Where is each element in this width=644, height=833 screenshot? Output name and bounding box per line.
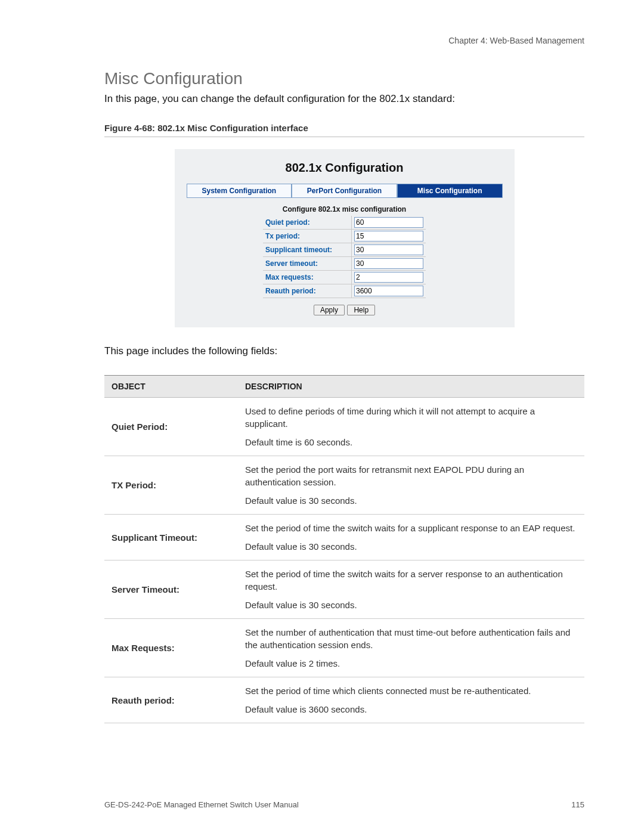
row-supplicant-timeout: Supplicant timeout:	[263, 243, 426, 257]
desc-line: Used to define periods of time during wh…	[245, 405, 577, 430]
label-tx-period: Tx period:	[263, 230, 352, 243]
input-supplicant-timeout[interactable]	[354, 244, 423, 255]
object-cell: Server Timeout:	[104, 561, 238, 619]
desc-line: Default value is 30 seconds.	[245, 494, 577, 507]
col-description: DESCRIPTION	[238, 376, 584, 398]
apply-button[interactable]: Apply	[314, 305, 345, 315]
desc-line: Set the period of time the switch waits …	[245, 568, 577, 593]
table-row: Server Timeout: Set the period of time t…	[104, 561, 584, 619]
footer-manual-title: GE-DS-242-PoE Managed Ethernet Switch Us…	[104, 800, 299, 809]
intro-text: In this page, you can change the default…	[104, 93, 584, 105]
row-quiet-period: Quiet period:	[263, 216, 426, 230]
description-cell: Set the period of time the switch waits …	[238, 515, 584, 561]
desc-line: Default value is 2 times.	[245, 657, 577, 670]
label-quiet-period: Quiet period:	[263, 216, 352, 230]
page: Chapter 4: Web-Based Management Misc Con…	[0, 0, 644, 833]
desc-line: Set the number of authentication that mu…	[245, 626, 577, 651]
tab-bar: System Configuration PerPort Configurati…	[187, 184, 503, 198]
ui-subheading: Configure 802.1x misc configuration	[187, 205, 503, 213]
table-row: Reauth period: Set the period of time wh…	[104, 677, 584, 723]
object-cell: Supplicant Timeout:	[104, 515, 238, 561]
row-tx-period: Tx period:	[263, 230, 426, 243]
desc-line: Set the period of time which clients con…	[245, 685, 577, 697]
help-button[interactable]: Help	[347, 305, 375, 315]
description-cell: Set the period of time the switch waits …	[238, 561, 584, 619]
input-tx-period[interactable]	[354, 231, 423, 241]
fields-intro: This page includes the following fields:	[104, 345, 584, 357]
row-max-requests: Max requests:	[263, 271, 426, 284]
label-supplicant-timeout: Supplicant timeout:	[263, 243, 352, 257]
desc-line: Default time is 60 seconds.	[245, 436, 577, 448]
page-title: Misc Configuration	[104, 69, 584, 88]
label-max-requests: Max requests:	[263, 271, 352, 284]
input-server-timeout[interactable]	[354, 258, 423, 269]
row-server-timeout: Server timeout:	[263, 257, 426, 271]
description-cell: Used to define periods of time during wh…	[238, 398, 584, 456]
fields-table: OBJECT DESCRIPTION Quiet Period: Used to…	[104, 375, 584, 723]
input-quiet-period[interactable]	[354, 217, 423, 228]
table-row: Supplicant Timeout: Set the period of ti…	[104, 515, 584, 561]
object-cell: Quiet Period:	[104, 398, 238, 456]
label-reauth-period: Reauth period:	[263, 284, 352, 298]
desc-line: Set the period of time the switch waits …	[245, 522, 577, 534]
table-row: TX Period: Set the period the port waits…	[104, 456, 584, 515]
table-row: Max Requests: Set the number of authenti…	[104, 619, 584, 677]
ui-title: 802.1x Configuration	[187, 161, 503, 175]
table-row: Quiet Period: Used to define periods of …	[104, 398, 584, 456]
desc-line: Set the period the port waits for retran…	[245, 463, 577, 488]
col-object: OBJECT	[104, 376, 238, 398]
input-max-requests[interactable]	[354, 272, 423, 283]
desc-line: Default value is 30 seconds.	[245, 540, 577, 553]
label-server-timeout: Server timeout:	[263, 257, 352, 271]
description-cell: Set the number of authentication that mu…	[238, 619, 584, 677]
row-reauth-period: Reauth period:	[263, 284, 426, 298]
description-cell: Set the period the port waits for retran…	[238, 456, 584, 515]
config-screenshot: 802.1x Configuration System Configuratio…	[175, 149, 515, 327]
tab-perport-configuration[interactable]: PerPort Configuration	[292, 184, 397, 198]
page-footer: GE-DS-242-PoE Managed Ethernet Switch Us…	[104, 800, 584, 809]
figure-caption: Figure 4-68: 802.1x Misc Configuration i…	[104, 123, 584, 137]
object-cell: Max Requests:	[104, 619, 238, 677]
footer-page-number: 115	[571, 800, 584, 809]
tab-system-configuration[interactable]: System Configuration	[187, 184, 292, 198]
tab-misc-configuration[interactable]: Misc Configuration	[397, 184, 503, 198]
desc-line: Default value is 3600 seconds.	[245, 703, 577, 716]
object-cell: TX Period:	[104, 456, 238, 515]
description-cell: Set the period of time which clients con…	[238, 677, 584, 723]
config-form: Quiet period: Tx period: Supplicant time…	[263, 216, 426, 298]
input-reauth-period[interactable]	[354, 286, 423, 296]
button-row: Apply Help	[187, 304, 503, 315]
object-cell: Reauth period:	[104, 677, 238, 723]
chapter-line: Chapter 4: Web-Based Management	[104, 36, 584, 45]
desc-line: Default value is 30 seconds.	[245, 599, 577, 611]
